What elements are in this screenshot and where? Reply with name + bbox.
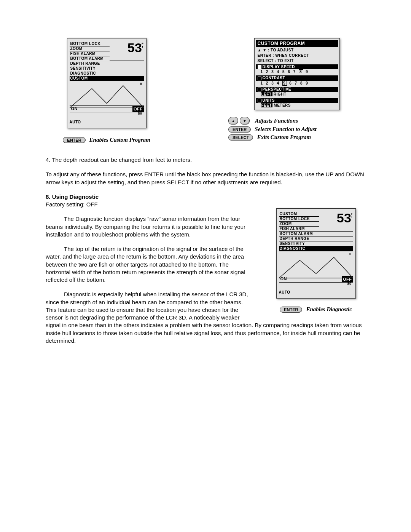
sonar-area: 0: [279, 251, 353, 276]
paragraph: To adjust any of these functions, press …: [46, 171, 365, 186]
menu-item: DIAGNOSTIC: [70, 71, 144, 76]
cp-units-selected: FEET: [261, 103, 273, 107]
cp-hint-enter: ENTER : WHEN CORRECT: [256, 53, 338, 58]
cp-perspective-selected: LEFT: [261, 92, 272, 96]
menu-item: BOTTOM ALARM: [70, 56, 110, 61]
diagnostic-figure: CUSTOM BOTTOM LOCK ZOOM FISH ALARM 53 F …: [266, 208, 365, 314]
section-heading: 8. Using Diagnostic: [46, 193, 99, 200]
checkbox-on-icon: [258, 65, 261, 69]
body-text: 4. The depth readout can be changed from…: [46, 156, 365, 351]
legend-text: Enables Diagnostic: [306, 306, 352, 313]
menu-item: DEPTH RANGE: [70, 61, 144, 66]
cp-hint-select: SELECT : TO EXIT: [256, 58, 338, 64]
sonar-area: 0: [70, 81, 144, 105]
cp-units-head: UNITS: [256, 98, 338, 103]
left-figure: BOTTOM LOCK ZOOM FISH ALARM BOTTOM ALARM…: [46, 38, 167, 145]
depth-readout: 53 F T: [110, 42, 144, 61]
depth-value: 53: [337, 211, 352, 225]
legend-text: Adjusts Functions: [255, 118, 298, 124]
select-key-icon: SELECT: [228, 134, 253, 141]
enter-key-icon: ENTER: [280, 307, 302, 313]
right-figure: CUSTOM PROGRAM ▲ ▼ : TO ADJUST ENTER : W…: [228, 38, 365, 142]
depth-marker-bottom: 80: [347, 282, 351, 286]
depth-value: 53: [127, 40, 142, 55]
menu-item: BOTTOM LOCK: [279, 216, 319, 221]
menu-item: FISH ALARM: [279, 226, 319, 231]
checkbox-off-icon: [258, 77, 261, 80]
svg-marker-0: [70, 86, 144, 108]
custom-program-screen: CUSTOM PROGRAM ▲ ▼ : TO ADJUST ENTER : W…: [254, 38, 340, 110]
up-arrow-icon: ▲: [228, 117, 238, 125]
cp-display-speed-values: 1 2 3 4 5 6 7 8 9: [256, 69, 338, 75]
depth-readout: 53 F T: [319, 212, 353, 231]
legend-text: Selects Function to Adjust: [255, 126, 316, 133]
depth-marker-bottom: 80: [138, 112, 142, 115]
cp-perspective-options: LEFT RIGHT: [256, 92, 338, 97]
auto-label: AUTO: [70, 118, 144, 124]
cp-display-speed-current: 8: [299, 69, 304, 74]
cp-contrast-values: 1 2 3 4 5 6 7 8 9: [256, 81, 338, 86]
cp-units-options: FEET METERS: [256, 103, 338, 108]
cp-perspective-head: PERSPECTIVE: [256, 87, 338, 92]
lcd-screen-custom: BOTTOM LOCK ZOOM FISH ALARM BOTTOM ALARM…: [67, 38, 147, 128]
figure-row-top: BOTTOM LOCK ZOOM FISH ALARM BOTTOM ALARM…: [46, 38, 365, 145]
down-arrow-icon: ▼: [240, 117, 250, 125]
menu-item: FISH ALARM: [70, 51, 110, 56]
menu-item: BOTTOM ALARM: [279, 231, 353, 236]
menu-item: ZOOM: [279, 221, 319, 226]
menu-item-selected: DIAGNOSTIC: [279, 246, 353, 251]
legend-text: Enables Custom Program: [89, 137, 150, 143]
menu-list: BOTTOM LOCK ZOOM FISH ALARM BOTTOM ALARM: [70, 42, 110, 61]
cp-contrast-head: CONTRAST: [256, 75, 338, 80]
factory-setting: Factory setting: OFF: [46, 201, 98, 208]
checkbox-off-icon: [258, 99, 261, 102]
menu-item: SENSITIVITY: [70, 66, 144, 71]
diag-legend: ENTER Enables Diagnostic: [266, 305, 365, 314]
menu-item: SENSITIVITY: [279, 241, 353, 246]
svg-marker-1: [279, 257, 353, 278]
legend-text: Exits Custom Program: [257, 134, 311, 141]
right-legend: ▲ ▼ Adjusts Functions ENTER Selects Func…: [228, 115, 365, 142]
enter-key-icon: ENTER: [63, 137, 85, 143]
auto-label: AUTO: [279, 288, 353, 294]
cp-display-speed-head: DISPLAY SPEED: [256, 64, 338, 69]
cp-title: CUSTOM PROGRAM: [256, 40, 338, 47]
menu-item: CUSTOM: [279, 212, 319, 216]
menu-item: DEPTH RANGE: [279, 236, 353, 241]
cp-hint-arrows: ▲ ▼ : TO ADJUST: [256, 48, 338, 53]
depth-unit-t: T: [142, 45, 143, 48]
enter-key-icon: ENTER: [228, 126, 251, 133]
menu-item: BOTTOM LOCK: [70, 42, 110, 46]
paragraph: 4. The depth readout can be changed from…: [46, 156, 365, 164]
checkbox-off-icon: [258, 88, 261, 91]
menu-list: CUSTOM BOTTOM LOCK ZOOM FISH ALARM: [279, 212, 319, 231]
menu-item-selected: CUSTOM: [70, 76, 144, 81]
left-legend: ENTER Enables Custom Program: [46, 135, 167, 145]
menu-item: ZOOM: [70, 46, 110, 51]
depth-unit-t: T: [351, 215, 353, 219]
lcd-screen-diagnostic: CUSTOM BOTTOM LOCK ZOOM FISH ALARM 53 F …: [276, 208, 356, 299]
cp-contrast-current: 5: [282, 81, 287, 86]
